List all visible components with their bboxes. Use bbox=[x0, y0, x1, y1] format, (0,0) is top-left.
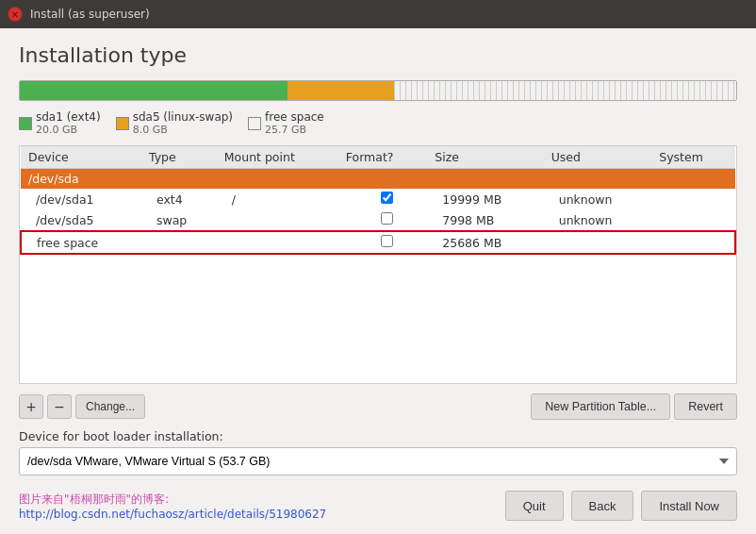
col-type: Type bbox=[141, 146, 217, 169]
col-device: Device bbox=[21, 146, 141, 169]
sda-label: /dev/sda bbox=[21, 169, 735, 190]
main-window: ✕ Install (as superuser) Installation ty… bbox=[0, 0, 756, 534]
col-used: Used bbox=[544, 146, 652, 169]
col-size: Size bbox=[427, 146, 543, 169]
free-format[interactable] bbox=[338, 231, 428, 254]
footer-actions: Quit Back Install Now bbox=[505, 491, 737, 521]
titlebar-label: Install (as superuser) bbox=[30, 8, 150, 21]
sda5-size: 7998 MB bbox=[427, 209, 543, 231]
sda5-used: unknown bbox=[544, 209, 652, 231]
partition-controls: + − Change... New Partition Table... Rev… bbox=[19, 393, 737, 420]
sda1-used: unknown bbox=[544, 189, 652, 209]
page-title: Installation type bbox=[19, 43, 737, 67]
footer-credit: 图片来自"梧桐那时雨"的博客: http://blog.csdn.net/fuc… bbox=[19, 492, 498, 521]
disk-bar-sda5 bbox=[288, 81, 394, 100]
table-row-sda5[interactable]: /dev/sda5 swap 7998 MB unknown bbox=[21, 209, 735, 231]
credit-link[interactable]: http://blog.csdn.net/fuchaosz/article/de… bbox=[19, 508, 498, 521]
table-row-sda[interactable]: /dev/sda bbox=[21, 169, 735, 190]
legend-color-sda5 bbox=[116, 117, 129, 130]
table-row-free[interactable]: free space 25686 MB bbox=[21, 231, 735, 254]
legend-color-sda1 bbox=[19, 117, 32, 130]
free-used bbox=[544, 231, 652, 254]
bootloader-label: Device for boot loader installation: bbox=[19, 429, 737, 443]
install-now-button[interactable]: Install Now bbox=[641, 491, 737, 521]
titlebar: ✕ Install (as superuser) bbox=[0, 0, 756, 28]
legend-sda1-info: sda1 (ext4) 20.0 GB bbox=[36, 110, 101, 136]
disk-bar-sda1 bbox=[20, 81, 288, 100]
footer: 图片来自"梧桐那时雨"的博客: http://blog.csdn.net/fuc… bbox=[19, 485, 737, 523]
table-row-sda1[interactable]: /dev/sda1 ext4 / 19999 MB unknown bbox=[21, 189, 735, 209]
revert-button[interactable]: Revert bbox=[674, 393, 737, 420]
content-area: Installation type sda1 (ext4) 20.0 GB sd… bbox=[0, 28, 756, 534]
legend-color-free bbox=[248, 117, 261, 130]
change-partition-button[interactable]: Change... bbox=[75, 394, 145, 419]
free-device: free space bbox=[21, 231, 141, 254]
table-header-row: Device Type Mount point Format? Size Use… bbox=[21, 146, 735, 169]
sda5-type: swap bbox=[141, 209, 217, 231]
back-button[interactable]: Back bbox=[571, 491, 634, 521]
sda5-system bbox=[651, 209, 735, 231]
remove-partition-button[interactable]: − bbox=[47, 394, 72, 419]
legend-sda1: sda1 (ext4) 20.0 GB bbox=[19, 110, 101, 136]
sda1-mount: / bbox=[217, 189, 338, 209]
sda5-mount bbox=[217, 209, 338, 231]
legend-sda5: sda5 (linux-swap) 8.0 GB bbox=[116, 110, 233, 136]
sda1-size: 19999 MB bbox=[427, 189, 543, 209]
legend-free: free space 25.7 GB bbox=[248, 110, 324, 136]
sda1-format[interactable] bbox=[338, 189, 428, 209]
partition-table: Device Type Mount point Format? Size Use… bbox=[19, 145, 737, 384]
bootloader-select[interactable]: /dev/sda VMware, VMware Virtual S (53.7 … bbox=[19, 447, 737, 476]
add-partition-button[interactable]: + bbox=[19, 394, 43, 419]
col-system: System bbox=[651, 146, 735, 169]
free-size: 25686 MB bbox=[427, 231, 543, 254]
disk-bar bbox=[19, 80, 737, 101]
close-button[interactable]: ✕ bbox=[8, 7, 23, 22]
legend-free-info: free space 25.7 GB bbox=[265, 110, 324, 136]
col-mount: Mount point bbox=[217, 146, 338, 169]
disk-legend: sda1 (ext4) 20.0 GB sda5 (linux-swap) 8.… bbox=[19, 110, 737, 136]
quit-button[interactable]: Quit bbox=[505, 491, 564, 521]
bootloader-section: Device for boot loader installation: /de… bbox=[19, 429, 737, 476]
sda5-format[interactable] bbox=[338, 209, 428, 231]
sda1-system bbox=[651, 189, 735, 209]
sda1-device: /dev/sda1 bbox=[21, 189, 141, 209]
free-system bbox=[651, 231, 735, 254]
free-type bbox=[141, 231, 217, 254]
col-format: Format? bbox=[338, 146, 428, 169]
legend-sda5-info: sda5 (linux-swap) 8.0 GB bbox=[133, 110, 233, 136]
disk-bar-free bbox=[394, 81, 736, 100]
sda1-type: ext4 bbox=[141, 189, 217, 209]
free-mount bbox=[217, 231, 338, 254]
sda5-device: /dev/sda5 bbox=[21, 209, 141, 231]
credit-line1: 图片来自"梧桐那时雨"的博客: bbox=[19, 492, 169, 506]
new-partition-table-button[interactable]: New Partition Table... bbox=[531, 393, 670, 420]
